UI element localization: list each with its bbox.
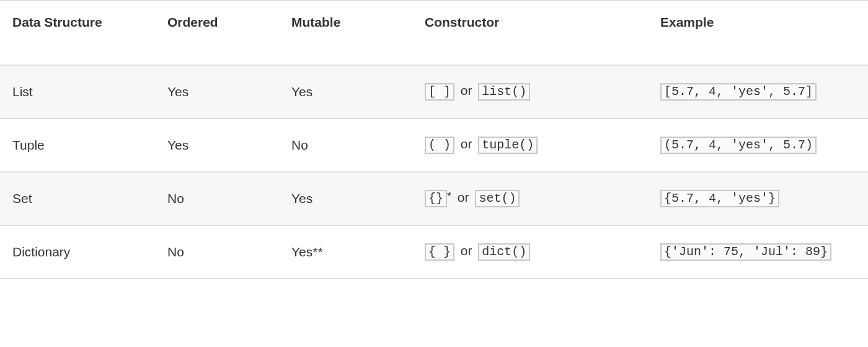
cell-mutable: Yes**	[279, 225, 412, 279]
cell-example: {'Jun': 75, 'Jul': 89}	[648, 225, 868, 279]
cell-ordered: No	[155, 172, 279, 225]
cell-mutable: No	[279, 119, 412, 172]
code-literal: ( )	[425, 137, 454, 154]
code-func: tuple()	[478, 137, 538, 154]
code-func: dict()	[478, 243, 530, 261]
cell-data-structure: Set	[0, 172, 155, 225]
table-row: Set No Yes {}* or set() {5.7, 4, 'yes'}	[0, 172, 868, 225]
table-row: Tuple Yes No ( ) or tuple() (5.7, 4, 'ye…	[0, 119, 868, 172]
cell-data-structure: Tuple	[0, 119, 155, 172]
cell-ordered: Yes	[155, 119, 279, 172]
data-structure-table: Data Structure Ordered Mutable Construct…	[0, 0, 868, 279]
cell-data-structure: Dictionary	[0, 225, 155, 279]
code-func: set()	[475, 190, 520, 207]
cell-ordered: Yes	[155, 65, 279, 119]
cell-example: (5.7, 4, 'yes', 5.7)	[648, 119, 868, 172]
or-label: or	[454, 83, 478, 97]
cell-mutable: Yes	[279, 172, 412, 225]
cell-constructor: [ ] or list()	[412, 65, 648, 119]
header-example: Example	[648, 1, 868, 65]
or-label: or	[451, 190, 475, 204]
code-literal: {}	[425, 190, 447, 207]
cell-example: {5.7, 4, 'yes'}	[648, 172, 868, 225]
code-example: {'Jun': 75, 'Jul': 89}	[660, 243, 831, 261]
cell-constructor: {}* or set()	[412, 172, 648, 225]
cell-constructor: { } or dict()	[412, 225, 648, 279]
literal-suffix: *	[447, 190, 451, 202]
header-constructor: Constructor	[412, 1, 648, 65]
header-mutable: Mutable	[279, 1, 412, 65]
or-label: or	[454, 137, 478, 151]
table-row: List Yes Yes [ ] or list() [5.7, 4, 'yes…	[0, 65, 868, 119]
cell-mutable: Yes	[279, 65, 412, 119]
table-row: Dictionary No Yes** { } or dict() {'Jun'…	[0, 225, 868, 279]
cell-ordered: No	[155, 225, 279, 279]
cell-data-structure: List	[0, 65, 155, 119]
code-func: list()	[478, 83, 530, 101]
header-data-structure: Data Structure	[0, 1, 155, 65]
cell-constructor: ( ) or tuple()	[412, 119, 648, 172]
code-literal: { }	[425, 243, 454, 261]
code-example: (5.7, 4, 'yes', 5.7)	[660, 137, 817, 154]
table-header-row: Data Structure Ordered Mutable Construct…	[0, 1, 868, 65]
code-example: [5.7, 4, 'yes', 5.7]	[660, 83, 817, 101]
code-literal: [ ]	[425, 83, 454, 101]
or-label: or	[454, 243, 478, 258]
code-example: {5.7, 4, 'yes'}	[660, 190, 779, 207]
header-ordered: Ordered	[155, 1, 279, 65]
cell-example: [5.7, 4, 'yes', 5.7]	[648, 65, 868, 119]
